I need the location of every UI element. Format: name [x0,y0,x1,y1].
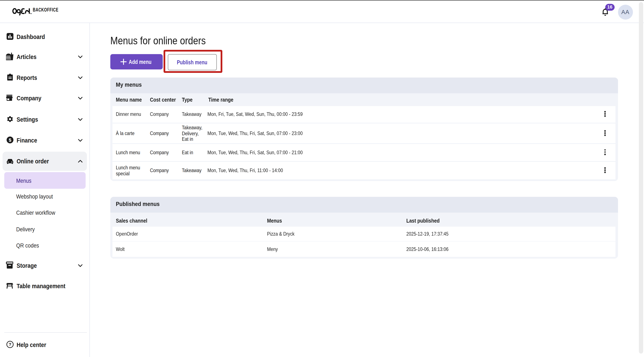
svg-text:$: $ [8,138,11,143]
svg-text:?: ? [8,342,11,346]
